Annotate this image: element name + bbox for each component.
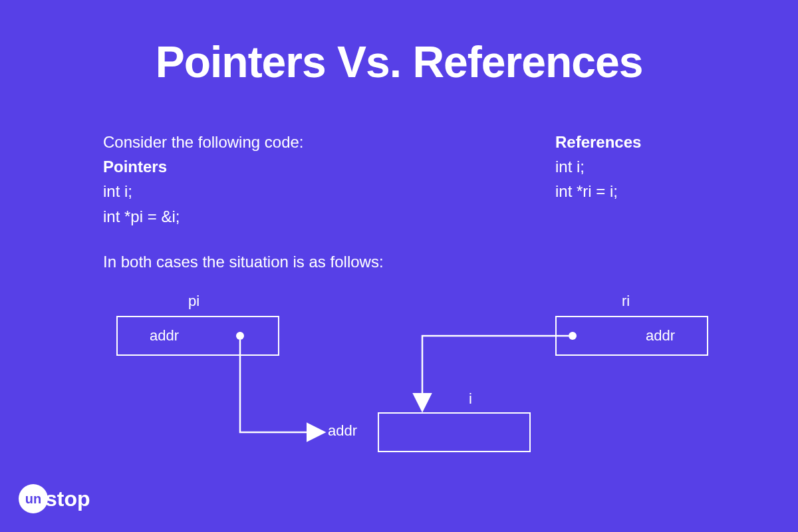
references-code-line-2: int *ri = i;: [555, 179, 641, 203]
references-code-line-1: int i;: [555, 154, 641, 179]
references-heading: References: [555, 130, 641, 154]
page-title: Pointers Vs. References: [0, 0, 798, 87]
logo-text: stop: [45, 487, 90, 511]
pointers-heading: Pointers: [103, 154, 304, 179]
pointers-column: Consider the following code: Pointers in…: [103, 130, 304, 229]
brand-logo: un stop: [19, 484, 90, 513]
bridge-text: In both cases the situation is as follow…: [103, 253, 384, 271]
pointers-code-line-1: int i;: [103, 179, 304, 203]
pointers-code-line-2: int *pi = &i;: [103, 204, 304, 229]
arrows-svg: [103, 289, 715, 475]
memory-diagram: pi addr i addr ri addr: [103, 289, 715, 475]
intro-text: Consider the following code:: [103, 130, 304, 154]
logo-circle-icon: un: [19, 484, 48, 513]
references-column: References int i; int *ri = i;: [555, 130, 641, 204]
